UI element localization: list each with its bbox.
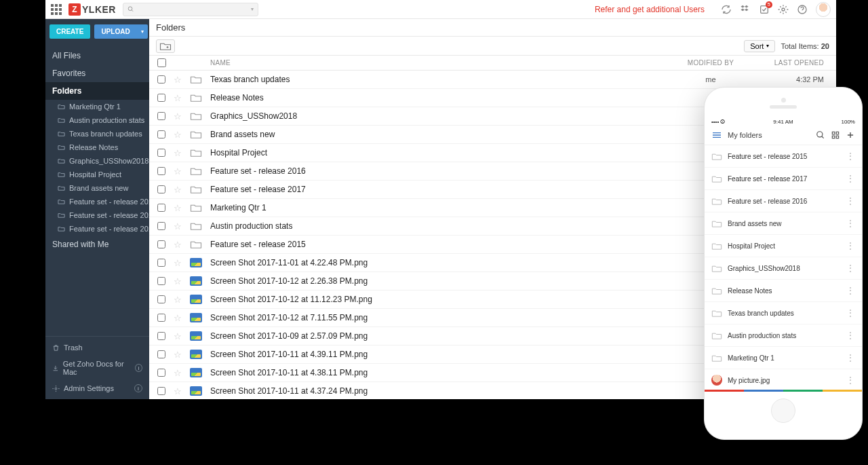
phone-list[interactable]: Feature set - release 2015⋮Feature set -…: [705, 145, 862, 390]
phone-list-item[interactable]: My picture.jpg⋮: [705, 369, 862, 390]
row-checkbox[interactable]: [157, 369, 165, 377]
phone-list-item[interactable]: Brand assets new⋮: [705, 212, 862, 235]
star-icon[interactable]: ☆: [174, 185, 182, 195]
upload-button[interactable]: UPLOAD: [94, 24, 136, 39]
brand-logo[interactable]: Z YLKER: [68, 3, 116, 16]
user-avatar[interactable]: [816, 2, 831, 17]
sidebar-item-all-files[interactable]: All Files: [45, 47, 149, 64]
star-icon[interactable]: ☆: [174, 331, 182, 341]
sidebar-subfolder[interactable]: Brand assets new: [45, 181, 149, 195]
star-icon[interactable]: ☆: [174, 130, 182, 140]
row-checkbox[interactable]: [157, 167, 165, 175]
new-folder-button[interactable]: [156, 39, 175, 53]
row-checkbox[interactable]: [157, 222, 165, 230]
star-icon[interactable]: ☆: [174, 276, 182, 286]
sidebar-subfolder[interactable]: Marketing Qtr 1: [45, 100, 149, 113]
star-icon[interactable]: ☆: [174, 350, 182, 360]
sidebar-subfolder[interactable]: Austin production stats: [45, 113, 149, 127]
more-icon[interactable]: ⋮: [846, 266, 855, 270]
more-icon[interactable]: ⋮: [846, 311, 855, 315]
sidebar-item-shared[interactable]: Shared with Me: [45, 236, 149, 253]
more-icon[interactable]: ⋮: [846, 333, 855, 337]
table-row[interactable]: ☆Texas branch updatesme4:32 PM: [149, 71, 836, 89]
sort-button[interactable]: Sort▾: [744, 40, 775, 52]
sidebar-subfolder[interactable]: Feature set - release 2016: [45, 195, 149, 208]
star-icon[interactable]: ☆: [174, 111, 182, 122]
sidebar-subfolder[interactable]: Texas branch updates: [45, 127, 149, 141]
sidebar-get-app[interactable]: Get Zoho Docs for Mac i: [45, 356, 149, 380]
phone-list-item[interactable]: Feature set - release 2015⋮: [705, 145, 862, 168]
upload-caret-button[interactable]: ▾: [137, 24, 148, 39]
more-icon[interactable]: ⋮: [846, 289, 855, 293]
phone-list-item[interactable]: Hospital Project⋮: [705, 235, 862, 257]
more-icon[interactable]: ⋮: [846, 244, 855, 248]
row-checkbox[interactable]: [157, 332, 165, 340]
sidebar-admin[interactable]: Admin Settings i: [45, 380, 149, 396]
search-input[interactable]: [137, 5, 248, 14]
star-icon[interactable]: ☆: [174, 221, 182, 231]
col-name[interactable]: NAME: [208, 59, 667, 67]
star-icon[interactable]: ☆: [174, 313, 182, 323]
sidebar-subfolder[interactable]: Release Notes: [45, 141, 149, 154]
star-icon[interactable]: ☆: [174, 93, 182, 103]
sync-icon[interactable]: [721, 4, 732, 15]
plus-icon[interactable]: [846, 130, 855, 140]
col-modified-by[interactable]: MODIFIED BY: [667, 59, 755, 67]
search-icon[interactable]: [816, 130, 825, 140]
grid-view-icon[interactable]: [831, 130, 840, 140]
row-checkbox[interactable]: [157, 185, 165, 193]
sidebar-item-folders[interactable]: Folders: [45, 82, 149, 100]
hamburger-icon[interactable]: [711, 131, 722, 139]
row-checkbox[interactable]: [157, 149, 165, 157]
row-checkbox[interactable]: [157, 277, 165, 285]
star-icon[interactable]: ☆: [174, 240, 182, 250]
create-button[interactable]: CREATE: [50, 24, 90, 39]
row-checkbox[interactable]: [157, 112, 165, 120]
phone-list-item[interactable]: Release Notes⋮: [705, 280, 862, 302]
phone-home-button[interactable]: [771, 398, 795, 423]
star-icon[interactable]: ☆: [174, 258, 182, 268]
star-icon[interactable]: ☆: [174, 295, 182, 305]
phone-list-item[interactable]: Texas branch updates⋮: [705, 302, 862, 324]
row-checkbox[interactable]: [157, 130, 165, 138]
more-icon[interactable]: ⋮: [846, 154, 855, 158]
row-checkbox[interactable]: [157, 314, 165, 322]
more-icon[interactable]: ⋮: [846, 378, 855, 382]
phone-list-item[interactable]: Feature set - release 2016⋮: [705, 190, 862, 212]
sidebar-trash[interactable]: Trash: [45, 339, 149, 356]
star-icon[interactable]: ☆: [174, 203, 182, 213]
gear-icon[interactable]: [778, 4, 789, 15]
row-checkbox[interactable]: [157, 387, 165, 395]
apps-grid-icon[interactable]: [51, 4, 62, 15]
sidebar-item-favorites[interactable]: Favorites: [45, 64, 149, 82]
row-checkbox[interactable]: [157, 240, 165, 248]
help-icon[interactable]: [797, 4, 808, 15]
more-icon[interactable]: ⋮: [846, 176, 855, 181]
row-checkbox[interactable]: [157, 295, 165, 303]
row-checkbox[interactable]: [157, 94, 165, 102]
star-icon[interactable]: ☆: [174, 166, 182, 176]
star-icon[interactable]: ☆: [174, 75, 182, 85]
search-box[interactable]: ▾: [123, 3, 258, 16]
sidebar-subfolder[interactable]: Graphics_USShow2018: [45, 154, 149, 168]
dropbox-icon[interactable]: [740, 4, 751, 15]
star-icon[interactable]: ☆: [174, 386, 182, 396]
star-icon[interactable]: ☆: [174, 368, 182, 378]
more-icon[interactable]: ⋮: [846, 199, 855, 203]
col-last-opened[interactable]: LAST OPENED: [755, 59, 836, 67]
row-checkbox[interactable]: [157, 350, 165, 358]
row-checkbox[interactable]: [157, 75, 165, 83]
phone-list-item[interactable]: Marketing Qtr 1⋮: [705, 347, 862, 369]
sidebar-subfolder[interactable]: Feature set - release 2015: [45, 222, 149, 236]
row-checkbox[interactable]: [157, 204, 165, 212]
sidebar-subfolder[interactable]: Feature set - release 2017: [45, 208, 149, 222]
phone-list-item[interactable]: Feature set - release 2017⋮: [705, 168, 862, 190]
phone-list-item[interactable]: Graphics_USShow2018⋮: [705, 257, 862, 280]
more-icon[interactable]: ⋮: [846, 356, 855, 360]
more-icon[interactable]: ⋮: [846, 221, 855, 225]
star-icon[interactable]: ☆: [174, 148, 182, 158]
refer-link[interactable]: Refer and get additional Users: [595, 5, 705, 14]
sidebar-subfolder[interactable]: Hospital Project: [45, 168, 149, 181]
phone-list-item[interactable]: Austin production stats⋮: [705, 324, 862, 347]
notifications-icon[interactable]: 5: [759, 4, 770, 15]
